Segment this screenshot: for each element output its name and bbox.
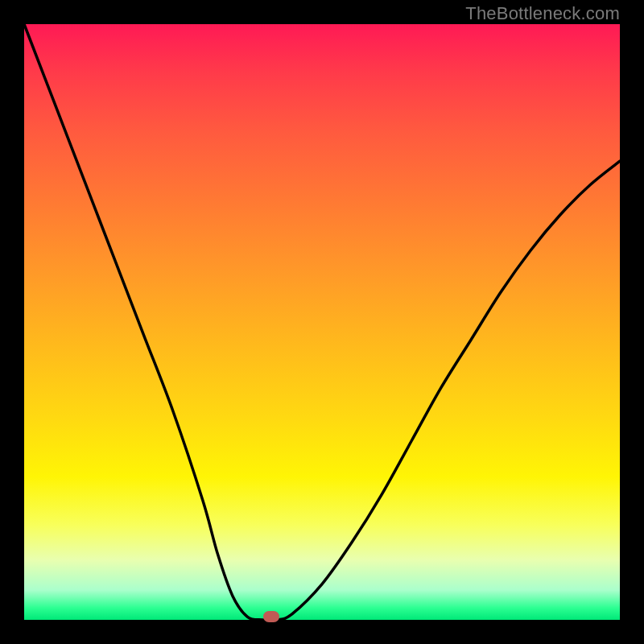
chart-frame: TheBottleneck.com	[0, 0, 644, 644]
bottleneck-curve	[24, 24, 620, 620]
optimal-point-marker	[263, 611, 279, 622]
watermark-text: TheBottleneck.com	[465, 3, 620, 24]
plot-area	[24, 24, 620, 620]
